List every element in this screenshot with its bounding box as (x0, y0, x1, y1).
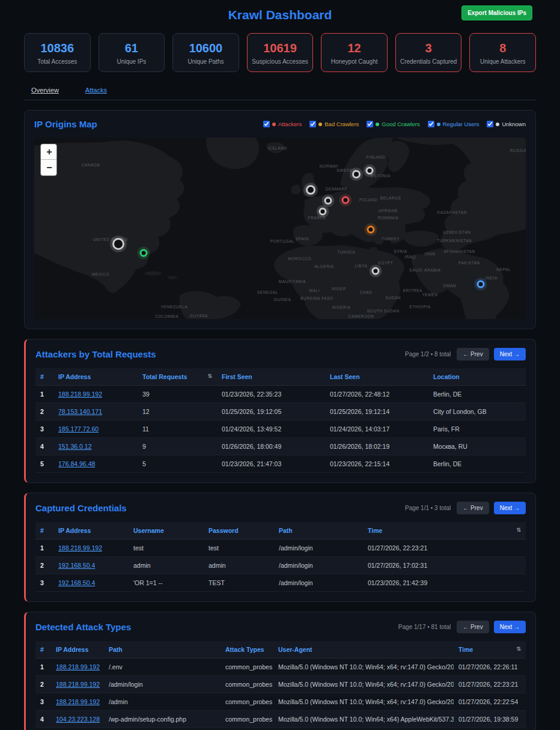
map-marker-unknown[interactable] (324, 197, 332, 205)
cell-path: /.env (104, 659, 221, 676)
cell-path: /admin/login (104, 676, 221, 693)
column-header-time[interactable]: Time⇅ (454, 641, 526, 659)
column-header-password[interactable]: Password (204, 522, 274, 540)
column-header-time[interactable]: Time⇅ (363, 522, 526, 540)
cell-location: Paris, FR (428, 421, 526, 438)
map-marker-good-crawler[interactable] (139, 249, 147, 257)
column-header-path[interactable]: Path (104, 641, 221, 659)
column-header-ip-address[interactable]: IP Address (53, 368, 138, 386)
legend-good-crawlers-checkbox[interactable] (367, 121, 373, 127)
world-map[interactable]: CANADAUNITED STATESMEXICOICELANDNORWAYSW… (34, 138, 526, 319)
cell-user-agent: Mozilla/5.0 (Windows NT 10.0; Win64; x64… (273, 693, 454, 711)
map-marker-unknown[interactable] (112, 238, 124, 250)
legend-attackers-checkbox[interactable] (263, 121, 270, 127)
column-header-attack-types[interactable]: Attack Types (221, 641, 273, 659)
legend-bad-crawlers[interactable]: Bad Crawlers (309, 121, 359, 127)
zoom-out-button[interactable]: − (41, 160, 57, 175)
sort-icon[interactable]: ⇅ (207, 373, 212, 379)
table-row: 3 192.168.50.4 'OR 1=1 -- TEST /admin/lo… (35, 574, 526, 592)
map-marker-attacker[interactable] (341, 196, 349, 204)
credentials-section: Captured Credentials Page 1/1 • 3 total … (24, 493, 536, 602)
cell-num: 1 (35, 659, 51, 676)
sort-icon[interactable]: ⇅ (516, 527, 521, 533)
stat-honeypot-caught: 12 Honeypot Caught (321, 33, 388, 72)
legend-good-crawlers[interactable]: Good Crawlers (367, 121, 419, 127)
ip-link[interactable]: 176.84.96.48 (58, 460, 95, 467)
column-header-num[interactable]: # (35, 368, 53, 386)
prev-page-button[interactable]: ← Prev (457, 502, 488, 514)
ip-link[interactable]: 188.218.99.192 (58, 544, 102, 552)
ip-link[interactable]: 188.218.99.192 (56, 698, 100, 705)
ip-link[interactable]: 188.218.99.192 (56, 663, 100, 671)
ip-link[interactable]: 188.218.99.192 (56, 681, 100, 688)
cell-ip: 188.218.99.192 (51, 659, 104, 676)
legend-regular-users[interactable]: Regular Users (428, 121, 479, 127)
stat-label: Suspicious Accesses (250, 58, 311, 65)
ip-link[interactable]: 104.23.223.128 (56, 716, 100, 723)
legend-bad-crawlers-checkbox[interactable] (309, 121, 316, 127)
next-page-button[interactable]: Next → (494, 348, 526, 360)
map-marker-unknown[interactable] (306, 185, 315, 195)
ip-link[interactable]: 192.168.50.4 (58, 579, 95, 586)
map-marker-bad-crawler[interactable] (367, 226, 374, 234)
column-header-num[interactable]: # (35, 522, 53, 540)
cell-num: 4 (35, 438, 53, 455)
world-map-landmass (34, 138, 526, 319)
map-marker-unknown[interactable] (371, 267, 379, 275)
zoom-in-button[interactable]: + (41, 144, 57, 160)
legend-unknown[interactable]: Unknown (487, 121, 526, 127)
header: Krawl Dashboard Export Malicious IPs (0, 0, 560, 27)
column-header-user-agent[interactable]: User-Agent (273, 641, 454, 659)
ip-link[interactable]: 78.153.140.171 (58, 408, 102, 415)
ip-link[interactable]: 188.218.99.192 (58, 391, 102, 398)
cell-attack-types: common_probes (221, 711, 273, 728)
map-marker-unknown[interactable] (352, 170, 361, 178)
column-header-username[interactable]: Username (129, 522, 204, 540)
credentials-pagination: Page 1/1 • 3 total ← Prev Next → (405, 502, 526, 514)
cell-attack-types: common_probes (221, 659, 273, 676)
next-page-button[interactable]: Next → (494, 502, 526, 514)
ip-link[interactable]: 151.36.0.12 (58, 443, 91, 450)
column-header-num[interactable]: # (35, 641, 51, 659)
prev-page-button[interactable]: ← Prev (457, 348, 488, 360)
stat-unique-paths: 10600 Unique Paths (172, 33, 239, 72)
map-marker-unknown[interactable] (319, 207, 327, 215)
cell-path: /admin/login (274, 574, 363, 592)
cell-num: 3 (35, 574, 53, 592)
table-header-row: # IP Address Path Attack Types User-Agen… (35, 641, 526, 659)
column-header-path[interactable]: Path (274, 522, 363, 540)
sort-icon[interactable]: ⇅ (516, 646, 521, 652)
cell-time: 01/27/2026, 22:23:21 (363, 540, 526, 557)
next-page-button[interactable]: Next → (494, 621, 526, 633)
legend-unknown-checkbox[interactable] (487, 121, 493, 127)
map-marker-unknown[interactable] (365, 166, 373, 174)
column-header-ip-address[interactable]: IP Address (51, 641, 104, 659)
cell-ip: 104.23.223.128 (51, 711, 104, 728)
column-header-ip-address[interactable]: IP Address (53, 522, 129, 540)
stat-value: 10619 (250, 41, 311, 55)
cell-num: 2 (35, 557, 53, 574)
cell-ip: 78.153.140.171 (53, 403, 138, 421)
column-header-location[interactable]: Location (428, 368, 526, 386)
cell-time: 01/27/2026, 22:22:54 (454, 693, 526, 711)
cell-last-seen: 01/27/2026, 22:48:12 (325, 386, 428, 403)
ip-link[interactable]: 192.168.50.4 (58, 562, 95, 569)
stat-label: Unique IPs (102, 58, 162, 65)
legend-regular-users-checkbox[interactable] (428, 121, 434, 127)
cell-time: 01/27/2026, 19:35:33 (454, 728, 526, 730)
prev-page-button[interactable]: ← Prev (457, 621, 488, 633)
tab-attacks[interactable]: Attacks (85, 87, 107, 94)
map-marker-regular-user[interactable] (476, 281, 484, 288)
cell-num: 5 (35, 455, 53, 473)
ip-link[interactable]: 185.177.72.60 (58, 425, 99, 433)
legend-attackers[interactable]: Attackers (263, 121, 302, 127)
cell-first-seen: 01/23/2026, 21:47:03 (217, 455, 325, 473)
attack-types-table: # IP Address Path Attack Types User-Agen… (35, 641, 526, 730)
column-header-last-seen[interactable]: Last Seen (325, 368, 428, 386)
credentials-table: # IP Address Username Password Path Time… (35, 522, 526, 592)
legend-label: Regular Users (443, 121, 479, 127)
column-header-total-requests[interactable]: Total Requests⇅ (138, 368, 217, 386)
export-malicious-ips-button[interactable]: Export Malicious IPs (461, 5, 532, 20)
tab-overview[interactable]: Overview (31, 87, 59, 94)
column-header-first-seen[interactable]: First Seen (217, 368, 325, 386)
